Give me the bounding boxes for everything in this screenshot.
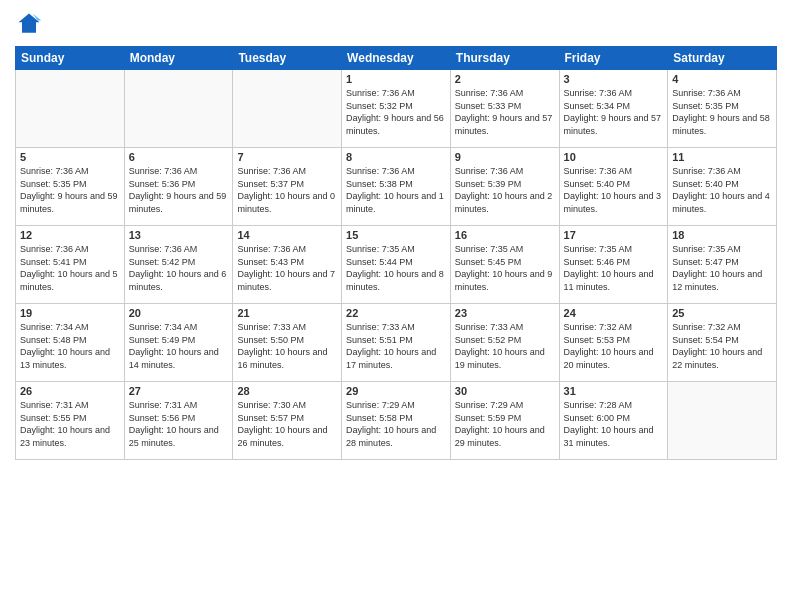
- day-number: 23: [455, 307, 555, 319]
- cell-info: Sunrise: 7:36 AMSunset: 5:42 PMDaylight:…: [129, 243, 229, 293]
- calendar-cell: 29Sunrise: 7:29 AMSunset: 5:58 PMDayligh…: [342, 382, 451, 460]
- calendar-cell: 25Sunrise: 7:32 AMSunset: 5:54 PMDayligh…: [668, 304, 777, 382]
- cell-info: Sunrise: 7:34 AMSunset: 5:49 PMDaylight:…: [129, 321, 229, 371]
- calendar-cell: 8Sunrise: 7:36 AMSunset: 5:38 PMDaylight…: [342, 148, 451, 226]
- calendar-cell: 4Sunrise: 7:36 AMSunset: 5:35 PMDaylight…: [668, 70, 777, 148]
- logo: [15, 10, 47, 38]
- calendar-cell: 24Sunrise: 7:32 AMSunset: 5:53 PMDayligh…: [559, 304, 668, 382]
- calendar-cell: [124, 70, 233, 148]
- calendar-cell: 13Sunrise: 7:36 AMSunset: 5:42 PMDayligh…: [124, 226, 233, 304]
- calendar-cell: 2Sunrise: 7:36 AMSunset: 5:33 PMDaylight…: [450, 70, 559, 148]
- weekday-header-monday: Monday: [124, 47, 233, 70]
- weekday-header-row: SundayMondayTuesdayWednesdayThursdayFrid…: [16, 47, 777, 70]
- calendar-cell: [668, 382, 777, 460]
- cell-info: Sunrise: 7:36 AMSunset: 5:38 PMDaylight:…: [346, 165, 446, 215]
- cell-info: Sunrise: 7:32 AMSunset: 5:54 PMDaylight:…: [672, 321, 772, 371]
- calendar-cell: 9Sunrise: 7:36 AMSunset: 5:39 PMDaylight…: [450, 148, 559, 226]
- cell-info: Sunrise: 7:36 AMSunset: 5:37 PMDaylight:…: [237, 165, 337, 215]
- day-number: 27: [129, 385, 229, 397]
- day-number: 30: [455, 385, 555, 397]
- cell-info: Sunrise: 7:34 AMSunset: 5:48 PMDaylight:…: [20, 321, 120, 371]
- cell-info: Sunrise: 7:32 AMSunset: 5:53 PMDaylight:…: [564, 321, 664, 371]
- calendar-cell: 1Sunrise: 7:36 AMSunset: 5:32 PMDaylight…: [342, 70, 451, 148]
- day-number: 15: [346, 229, 446, 241]
- cell-info: Sunrise: 7:29 AMSunset: 5:58 PMDaylight:…: [346, 399, 446, 449]
- cell-info: Sunrise: 7:36 AMSunset: 5:43 PMDaylight:…: [237, 243, 337, 293]
- calendar-cell: [233, 70, 342, 148]
- cell-info: Sunrise: 7:35 AMSunset: 5:47 PMDaylight:…: [672, 243, 772, 293]
- day-number: 22: [346, 307, 446, 319]
- cell-info: Sunrise: 7:29 AMSunset: 5:59 PMDaylight:…: [455, 399, 555, 449]
- calendar-cell: 21Sunrise: 7:33 AMSunset: 5:50 PMDayligh…: [233, 304, 342, 382]
- calendar-cell: 14Sunrise: 7:36 AMSunset: 5:43 PMDayligh…: [233, 226, 342, 304]
- weekday-header-sunday: Sunday: [16, 47, 125, 70]
- cell-info: Sunrise: 7:33 AMSunset: 5:51 PMDaylight:…: [346, 321, 446, 371]
- day-number: 19: [20, 307, 120, 319]
- cell-info: Sunrise: 7:36 AMSunset: 5:35 PMDaylight:…: [20, 165, 120, 215]
- day-number: 7: [237, 151, 337, 163]
- cell-info: Sunrise: 7:36 AMSunset: 5:41 PMDaylight:…: [20, 243, 120, 293]
- calendar-cell: 11Sunrise: 7:36 AMSunset: 5:40 PMDayligh…: [668, 148, 777, 226]
- day-number: 10: [564, 151, 664, 163]
- calendar-cell: 15Sunrise: 7:35 AMSunset: 5:44 PMDayligh…: [342, 226, 451, 304]
- calendar-cell: 17Sunrise: 7:35 AMSunset: 5:46 PMDayligh…: [559, 226, 668, 304]
- day-number: 24: [564, 307, 664, 319]
- day-number: 1: [346, 73, 446, 85]
- day-number: 20: [129, 307, 229, 319]
- calendar-cell: 12Sunrise: 7:36 AMSunset: 5:41 PMDayligh…: [16, 226, 125, 304]
- calendar-cell: 16Sunrise: 7:35 AMSunset: 5:45 PMDayligh…: [450, 226, 559, 304]
- calendar-cell: 6Sunrise: 7:36 AMSunset: 5:36 PMDaylight…: [124, 148, 233, 226]
- weekday-header-saturday: Saturday: [668, 47, 777, 70]
- calendar-cell: 27Sunrise: 7:31 AMSunset: 5:56 PMDayligh…: [124, 382, 233, 460]
- calendar-cell: 30Sunrise: 7:29 AMSunset: 5:59 PMDayligh…: [450, 382, 559, 460]
- cell-info: Sunrise: 7:35 AMSunset: 5:44 PMDaylight:…: [346, 243, 446, 293]
- calendar-cell: 20Sunrise: 7:34 AMSunset: 5:49 PMDayligh…: [124, 304, 233, 382]
- cell-info: Sunrise: 7:33 AMSunset: 5:52 PMDaylight:…: [455, 321, 555, 371]
- calendar-cell: 5Sunrise: 7:36 AMSunset: 5:35 PMDaylight…: [16, 148, 125, 226]
- day-number: 8: [346, 151, 446, 163]
- week-row-4: 19Sunrise: 7:34 AMSunset: 5:48 PMDayligh…: [16, 304, 777, 382]
- day-number: 13: [129, 229, 229, 241]
- svg-marker-0: [19, 14, 40, 33]
- day-number: 5: [20, 151, 120, 163]
- day-number: 21: [237, 307, 337, 319]
- day-number: 14: [237, 229, 337, 241]
- week-row-5: 26Sunrise: 7:31 AMSunset: 5:55 PMDayligh…: [16, 382, 777, 460]
- cell-info: Sunrise: 7:36 AMSunset: 5:40 PMDaylight:…: [672, 165, 772, 215]
- page: SundayMondayTuesdayWednesdayThursdayFrid…: [0, 0, 792, 612]
- cell-info: Sunrise: 7:36 AMSunset: 5:35 PMDaylight:…: [672, 87, 772, 137]
- day-number: 31: [564, 385, 664, 397]
- header: [15, 10, 777, 38]
- day-number: 26: [20, 385, 120, 397]
- cell-info: Sunrise: 7:31 AMSunset: 5:55 PMDaylight:…: [20, 399, 120, 449]
- day-number: 9: [455, 151, 555, 163]
- cell-info: Sunrise: 7:36 AMSunset: 5:40 PMDaylight:…: [564, 165, 664, 215]
- cell-info: Sunrise: 7:35 AMSunset: 5:46 PMDaylight:…: [564, 243, 664, 293]
- week-row-1: 1Sunrise: 7:36 AMSunset: 5:32 PMDaylight…: [16, 70, 777, 148]
- calendar-cell: 19Sunrise: 7:34 AMSunset: 5:48 PMDayligh…: [16, 304, 125, 382]
- day-number: 4: [672, 73, 772, 85]
- week-row-3: 12Sunrise: 7:36 AMSunset: 5:41 PMDayligh…: [16, 226, 777, 304]
- weekday-header-friday: Friday: [559, 47, 668, 70]
- calendar-cell: 7Sunrise: 7:36 AMSunset: 5:37 PMDaylight…: [233, 148, 342, 226]
- cell-info: Sunrise: 7:36 AMSunset: 5:39 PMDaylight:…: [455, 165, 555, 215]
- day-number: 11: [672, 151, 772, 163]
- week-row-2: 5Sunrise: 7:36 AMSunset: 5:35 PMDaylight…: [16, 148, 777, 226]
- calendar-cell: 26Sunrise: 7:31 AMSunset: 5:55 PMDayligh…: [16, 382, 125, 460]
- calendar-cell: 10Sunrise: 7:36 AMSunset: 5:40 PMDayligh…: [559, 148, 668, 226]
- logo-icon: [15, 10, 43, 38]
- day-number: 12: [20, 229, 120, 241]
- weekday-header-wednesday: Wednesday: [342, 47, 451, 70]
- cell-info: Sunrise: 7:36 AMSunset: 5:32 PMDaylight:…: [346, 87, 446, 137]
- day-number: 16: [455, 229, 555, 241]
- day-number: 18: [672, 229, 772, 241]
- calendar-cell: [16, 70, 125, 148]
- day-number: 17: [564, 229, 664, 241]
- day-number: 28: [237, 385, 337, 397]
- calendar-cell: 31Sunrise: 7:28 AMSunset: 6:00 PMDayligh…: [559, 382, 668, 460]
- cell-info: Sunrise: 7:31 AMSunset: 5:56 PMDaylight:…: [129, 399, 229, 449]
- cell-info: Sunrise: 7:33 AMSunset: 5:50 PMDaylight:…: [237, 321, 337, 371]
- calendar-cell: 23Sunrise: 7:33 AMSunset: 5:52 PMDayligh…: [450, 304, 559, 382]
- day-number: 25: [672, 307, 772, 319]
- cell-info: Sunrise: 7:36 AMSunset: 5:36 PMDaylight:…: [129, 165, 229, 215]
